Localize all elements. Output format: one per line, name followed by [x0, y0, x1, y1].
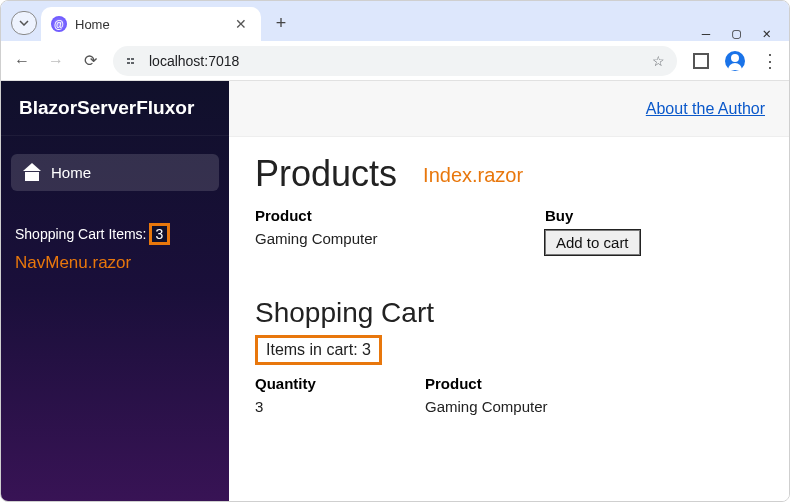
- app-root: BlazorServerFluxor Home Shopping Cart It…: [1, 81, 789, 501]
- bookmark-icon[interactable]: ☆: [652, 53, 665, 69]
- browser-toolbar: ← → ⟳ localhost:7018 ☆ ⋮: [1, 41, 789, 81]
- sidebar-cart-label: Shopping Cart Items:: [15, 226, 147, 242]
- nav-item-home[interactable]: Home: [11, 154, 219, 191]
- tab-title: Home: [75, 17, 223, 32]
- main: About the Author Products Index.razor Pr…: [229, 81, 789, 501]
- add-to-cart-button[interactable]: Add to cart: [545, 230, 640, 255]
- extensions-icon[interactable]: [693, 53, 709, 69]
- annotation-navmenu: NavMenu.razor: [1, 249, 229, 277]
- col-header-product: Product: [255, 207, 545, 224]
- sidebar-cart-count-line: Shopping Cart Items: 3: [1, 209, 229, 249]
- close-window-button[interactable]: ✕: [763, 25, 771, 41]
- profile-avatar-icon[interactable]: [725, 51, 745, 71]
- svg-rect-2: [127, 62, 130, 64]
- url-text: localhost:7018: [149, 53, 239, 69]
- col-header-quantity: Quantity: [255, 375, 425, 392]
- content: Products Index.razor Product Buy Gaming …: [229, 137, 789, 435]
- annotation-index: Index.razor: [423, 164, 523, 187]
- products-table: Product Buy Gaming Computer Add to cart: [255, 207, 763, 255]
- back-button[interactable]: ←: [11, 52, 33, 70]
- tab-search-button[interactable]: [11, 11, 37, 35]
- topbar: About the Author: [229, 81, 789, 137]
- sidebar-cart-count-highlight: 3: [149, 223, 171, 245]
- svg-rect-3: [131, 62, 134, 64]
- cart-product-cell: Gaming Computer: [425, 398, 763, 415]
- product-name-cell: Gaming Computer: [255, 230, 545, 255]
- browser-tab-active[interactable]: @ Home ✕: [41, 7, 261, 41]
- items-in-cart-highlight: Items in cart: 3: [255, 335, 382, 365]
- svg-rect-1: [131, 58, 134, 60]
- address-bar[interactable]: localhost:7018 ☆: [113, 46, 677, 76]
- sidebar: BlazorServerFluxor Home Shopping Cart It…: [1, 81, 229, 501]
- nav: Home: [1, 136, 229, 209]
- products-heading: Products: [255, 153, 397, 195]
- browser-tabstrip: @ Home ✕ + — ▢ ✕: [1, 1, 789, 41]
- cart-table: Quantity Product 3 Gaming Computer: [255, 375, 763, 415]
- cart-heading: Shopping Cart: [255, 297, 763, 329]
- menu-icon[interactable]: ⋮: [761, 50, 779, 72]
- window-controls: — ▢ ✕: [702, 15, 789, 41]
- col-header-buy: Buy: [545, 207, 763, 224]
- about-author-link[interactable]: About the Author: [646, 100, 765, 118]
- close-tab-button[interactable]: ✕: [231, 16, 251, 32]
- new-tab-button[interactable]: +: [267, 9, 295, 37]
- home-icon: [23, 165, 41, 181]
- reload-button[interactable]: ⟳: [79, 51, 101, 70]
- favicon-icon: @: [51, 16, 67, 32]
- svg-rect-0: [127, 58, 130, 60]
- brand-title: BlazorServerFluxor: [1, 81, 229, 136]
- nav-item-label: Home: [51, 164, 91, 181]
- cart-qty-cell: 3: [255, 398, 425, 415]
- forward-button[interactable]: →: [45, 52, 67, 70]
- site-info-icon[interactable]: [125, 54, 139, 68]
- minimize-button[interactable]: —: [702, 25, 710, 41]
- maximize-button[interactable]: ▢: [732, 25, 740, 41]
- col-header-cart-product: Product: [425, 375, 763, 392]
